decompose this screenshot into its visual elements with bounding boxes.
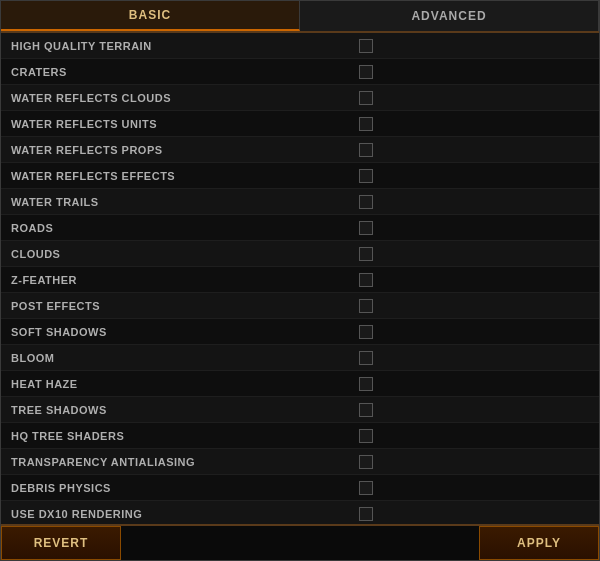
- main-container: BASIC ADVANCED HIGH QUALITY TERRAINCRATE…: [0, 0, 600, 561]
- setting-label: DEBRIS PHYSICS: [11, 482, 349, 494]
- table-row: WATER REFLECTS CLOUDS: [1, 85, 599, 111]
- setting-checkbox[interactable]: [359, 169, 373, 183]
- settings-list: HIGH QUALITY TERRAINCRATERSWATER REFLECT…: [1, 33, 599, 524]
- setting-label: WATER REFLECTS UNITS: [11, 118, 349, 130]
- setting-label: CRATERS: [11, 66, 349, 78]
- setting-checkbox[interactable]: [359, 117, 373, 131]
- setting-label: ROADS: [11, 222, 349, 234]
- setting-checkbox[interactable]: [359, 65, 373, 79]
- table-row: ROADS: [1, 215, 599, 241]
- setting-label: CLOUDS: [11, 248, 349, 260]
- tab-bar: BASIC ADVANCED: [1, 1, 599, 33]
- setting-label: USE DX10 RENDERING: [11, 508, 349, 520]
- table-row: CRATERS: [1, 59, 599, 85]
- setting-checkbox[interactable]: [359, 299, 373, 313]
- table-row: HEAT HAZE: [1, 371, 599, 397]
- table-row: USE DX10 RENDERING: [1, 501, 599, 524]
- tab-advanced[interactable]: ADVANCED: [300, 1, 599, 31]
- table-row: CLOUDS: [1, 241, 599, 267]
- table-row: TREE SHADOWS: [1, 397, 599, 423]
- table-row: Z-FEATHER: [1, 267, 599, 293]
- tab-basic[interactable]: BASIC: [1, 1, 300, 31]
- setting-label: WATER REFLECTS EFFECTS: [11, 170, 349, 182]
- setting-checkbox[interactable]: [359, 221, 373, 235]
- revert-button[interactable]: REVERT: [1, 526, 121, 560]
- setting-label: Z-FEATHER: [11, 274, 349, 286]
- table-row: HIGH QUALITY TERRAIN: [1, 33, 599, 59]
- table-row: WATER REFLECTS PROPS: [1, 137, 599, 163]
- setting-label: WATER TRAILS: [11, 196, 349, 208]
- footer: REVERT APPLY: [1, 524, 599, 560]
- setting-label: TREE SHADOWS: [11, 404, 349, 416]
- table-row: TRANSPARENCY ANTIALIASING: [1, 449, 599, 475]
- setting-label: WATER REFLECTS CLOUDS: [11, 92, 349, 104]
- setting-checkbox[interactable]: [359, 429, 373, 443]
- table-row: DEBRIS PHYSICS: [1, 475, 599, 501]
- setting-label: WATER REFLECTS PROPS: [11, 144, 349, 156]
- table-row: POST EFFECTS: [1, 293, 599, 319]
- setting-checkbox[interactable]: [359, 195, 373, 209]
- table-row: HQ TREE SHADERS: [1, 423, 599, 449]
- setting-label: TRANSPARENCY ANTIALIASING: [11, 456, 349, 468]
- table-row: SOFT SHADOWS: [1, 319, 599, 345]
- apply-button[interactable]: APPLY: [479, 526, 599, 560]
- setting-label: HQ TREE SHADERS: [11, 430, 349, 442]
- setting-checkbox[interactable]: [359, 377, 373, 391]
- setting-checkbox[interactable]: [359, 351, 373, 365]
- setting-label: BLOOM: [11, 352, 349, 364]
- setting-checkbox[interactable]: [359, 325, 373, 339]
- setting-checkbox[interactable]: [359, 143, 373, 157]
- table-row: WATER REFLECTS EFFECTS: [1, 163, 599, 189]
- table-row: BLOOM: [1, 345, 599, 371]
- setting-label: HEAT HAZE: [11, 378, 349, 390]
- setting-checkbox[interactable]: [359, 507, 373, 521]
- setting-label: HIGH QUALITY TERRAIN: [11, 40, 349, 52]
- setting-checkbox[interactable]: [359, 91, 373, 105]
- setting-checkbox[interactable]: [359, 481, 373, 495]
- setting-label: POST EFFECTS: [11, 300, 349, 312]
- setting-checkbox[interactable]: [359, 247, 373, 261]
- setting-checkbox[interactable]: [359, 39, 373, 53]
- table-row: WATER TRAILS: [1, 189, 599, 215]
- content-area: HIGH QUALITY TERRAINCRATERSWATER REFLECT…: [1, 33, 599, 524]
- setting-label: SOFT SHADOWS: [11, 326, 349, 338]
- setting-checkbox[interactable]: [359, 273, 373, 287]
- setting-checkbox[interactable]: [359, 403, 373, 417]
- table-row: WATER REFLECTS UNITS: [1, 111, 599, 137]
- setting-checkbox[interactable]: [359, 455, 373, 469]
